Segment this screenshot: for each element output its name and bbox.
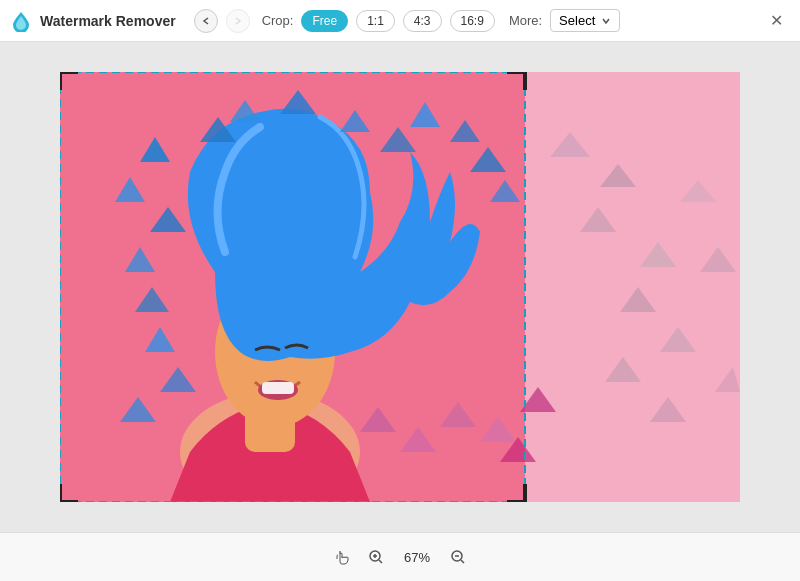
scene-image [60, 72, 740, 502]
zoom-level: 67% [399, 550, 435, 565]
svg-rect-6 [262, 382, 294, 394]
zoom-out-button[interactable] [447, 546, 469, 568]
app-title: Watermark Remover [40, 13, 176, 29]
crop-4-3-button[interactable]: 4:3 [403, 10, 442, 32]
titlebar: Watermark Remover Crop: Free 1:1 4:3 16:… [0, 0, 800, 42]
image-container [20, 62, 780, 512]
svg-rect-1 [525, 72, 740, 502]
select-dropdown[interactable]: Select [550, 9, 620, 32]
crop-16-9-button[interactable]: 16:9 [450, 10, 495, 32]
more-label: More: [509, 13, 542, 28]
app-logo [10, 10, 32, 32]
forward-nav-button[interactable] [226, 9, 250, 33]
hand-tool-button[interactable] [331, 546, 353, 568]
zoom-toolbar: 67% [0, 532, 800, 581]
crop-free-button[interactable]: Free [301, 10, 348, 32]
crop-label: Crop: [262, 13, 294, 28]
canvas-area [0, 42, 800, 532]
svg-line-54 [379, 560, 382, 563]
crop-1-1-button[interactable]: 1:1 [356, 10, 395, 32]
select-label: Select [559, 13, 595, 28]
zoom-in-button[interactable] [365, 546, 387, 568]
svg-line-57 [461, 560, 464, 563]
close-button[interactable]: ✕ [762, 7, 790, 35]
back-nav-button[interactable] [194, 9, 218, 33]
